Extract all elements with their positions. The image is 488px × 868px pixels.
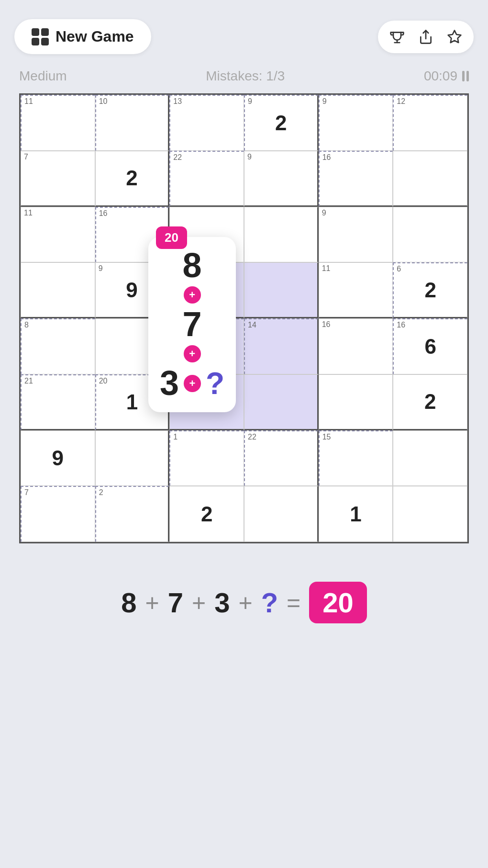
eq-result: 20 bbox=[309, 582, 367, 623]
table-row[interactable]: 11 bbox=[319, 262, 393, 318]
pause-icon[interactable] bbox=[462, 71, 469, 81]
eq-plus1: + bbox=[145, 589, 159, 617]
popup-card: 20 8 + 7 + 3 + ? bbox=[148, 237, 236, 412]
equation-area: 8 + 7 + 3 + ? = 20 bbox=[0, 543, 488, 643]
cage-label: 9 bbox=[99, 265, 103, 272]
eq-question: ? bbox=[261, 586, 278, 619]
cage-label: 15 bbox=[322, 433, 331, 441]
popup-last-row: 3 + ? bbox=[160, 364, 224, 402]
table-row[interactable] bbox=[244, 207, 319, 263]
table-row[interactable] bbox=[393, 486, 467, 542]
popup-plus-2: + bbox=[184, 345, 201, 362]
popup-num-3: 3 bbox=[160, 364, 179, 402]
table-row[interactable]: 7 bbox=[21, 151, 95, 207]
popup-plus-3: + bbox=[184, 375, 201, 392]
cage-label: 16 bbox=[99, 210, 108, 217]
table-row[interactable]: 11 bbox=[21, 207, 95, 263]
cage-label: 20 bbox=[99, 377, 108, 385]
table-row[interactable] bbox=[319, 374, 393, 430]
grid-container: 1110139291272229161116999111628151416166… bbox=[19, 93, 469, 543]
table-row[interactable]: 2 bbox=[393, 374, 467, 430]
timer: 00:09 bbox=[424, 68, 469, 84]
eq-equals: = bbox=[287, 589, 300, 617]
table-row[interactable] bbox=[393, 151, 467, 207]
table-row[interactable]: 12 bbox=[393, 95, 467, 151]
cage-label: 14 bbox=[248, 321, 256, 329]
timer-value: 00:09 bbox=[424, 68, 457, 84]
table-row[interactable] bbox=[393, 430, 467, 486]
settings-button[interactable] bbox=[442, 24, 467, 49]
table-row[interactable]: 8 bbox=[21, 318, 95, 374]
table-row[interactable]: 2 bbox=[95, 151, 170, 207]
table-row[interactable] bbox=[244, 486, 319, 542]
table-row[interactable]: 22 bbox=[244, 430, 319, 486]
eq-n2: 7 bbox=[168, 586, 183, 619]
cell-value: 9 bbox=[126, 278, 137, 302]
grid-icon bbox=[32, 28, 49, 45]
table-row[interactable]: 9 bbox=[244, 151, 319, 207]
table-row[interactable]: 2 bbox=[95, 486, 170, 542]
table-row[interactable]: 9 bbox=[319, 95, 393, 151]
eq-n3: 3 bbox=[214, 586, 230, 619]
cell-value: 2 bbox=[424, 278, 436, 302]
table-row[interactable]: 22 bbox=[169, 151, 244, 207]
cell-value: 1 bbox=[126, 390, 138, 414]
table-row[interactable]: 16 bbox=[319, 318, 393, 374]
cage-label: 6 bbox=[397, 265, 401, 273]
sudoku-grid: 1110139291272229161116999111628151416166… bbox=[19, 93, 469, 543]
cell-value: 2 bbox=[424, 390, 436, 414]
table-row[interactable] bbox=[21, 262, 95, 318]
popup-num-7: 7 bbox=[183, 305, 202, 343]
table-row[interactable] bbox=[95, 430, 170, 486]
new-game-label: New Game bbox=[55, 28, 134, 45]
popup-plus-1: + bbox=[184, 286, 201, 304]
eq-plus2: + bbox=[192, 589, 206, 617]
table-row[interactable]: 2 bbox=[169, 486, 244, 542]
table-row[interactable]: 13 bbox=[169, 95, 244, 151]
cage-label: 9 bbox=[247, 153, 252, 161]
svg-marker-1 bbox=[448, 30, 461, 42]
cage-label: 9 bbox=[248, 98, 252, 105]
cage-label: 11 bbox=[24, 98, 33, 105]
cage-label: 11 bbox=[24, 209, 33, 217]
trophy-button[interactable] bbox=[385, 24, 410, 49]
difficulty-label: Medium bbox=[19, 68, 67, 84]
eq-plus3: + bbox=[238, 589, 252, 617]
header: New Game bbox=[0, 0, 488, 64]
table-row[interactable] bbox=[244, 374, 319, 430]
status-bar: Medium Mistakes: 1/3 00:09 bbox=[0, 64, 488, 93]
cage-label: 13 bbox=[173, 98, 182, 105]
table-row[interactable]: 9 bbox=[319, 207, 393, 263]
table-row[interactable]: 1 bbox=[169, 430, 244, 486]
share-button[interactable] bbox=[413, 24, 438, 49]
table-row[interactable]: 21 bbox=[21, 374, 95, 430]
cage-label: 1 bbox=[173, 433, 177, 441]
new-game-button[interactable]: New Game bbox=[14, 19, 151, 54]
table-row[interactable]: 11 bbox=[21, 95, 95, 151]
table-row[interactable] bbox=[244, 262, 319, 318]
cage-label: 2 bbox=[99, 489, 103, 496]
cell-value: 2 bbox=[126, 166, 137, 190]
cell-value: 2 bbox=[201, 502, 212, 526]
eq-n1: 8 bbox=[121, 586, 136, 619]
table-row[interactable]: 10 bbox=[95, 95, 170, 151]
table-row[interactable]: 9 bbox=[21, 430, 95, 486]
popup-num-8: 8 bbox=[183, 247, 202, 284]
cage-label: 16 bbox=[322, 321, 331, 328]
cage-label: 9 bbox=[322, 98, 327, 105]
table-row[interactable]: 62 bbox=[393, 262, 467, 318]
table-row[interactable]: 15 bbox=[319, 430, 393, 486]
cage-label: 22 bbox=[248, 433, 256, 441]
cage-label: 21 bbox=[24, 377, 33, 385]
cage-label: 9 bbox=[322, 209, 326, 217]
table-row[interactable]: 7 bbox=[21, 486, 95, 542]
table-row[interactable]: 14 bbox=[244, 318, 319, 374]
table-row[interactable]: 1 bbox=[319, 486, 393, 542]
table-row[interactable]: 166 bbox=[393, 318, 467, 374]
cage-label: 7 bbox=[24, 153, 28, 161]
header-actions bbox=[378, 21, 474, 53]
table-row[interactable]: 16 bbox=[319, 151, 393, 207]
popup-cage-sum: 20 bbox=[156, 226, 187, 249]
table-row[interactable] bbox=[393, 207, 467, 263]
table-row[interactable]: 92 bbox=[244, 95, 319, 151]
